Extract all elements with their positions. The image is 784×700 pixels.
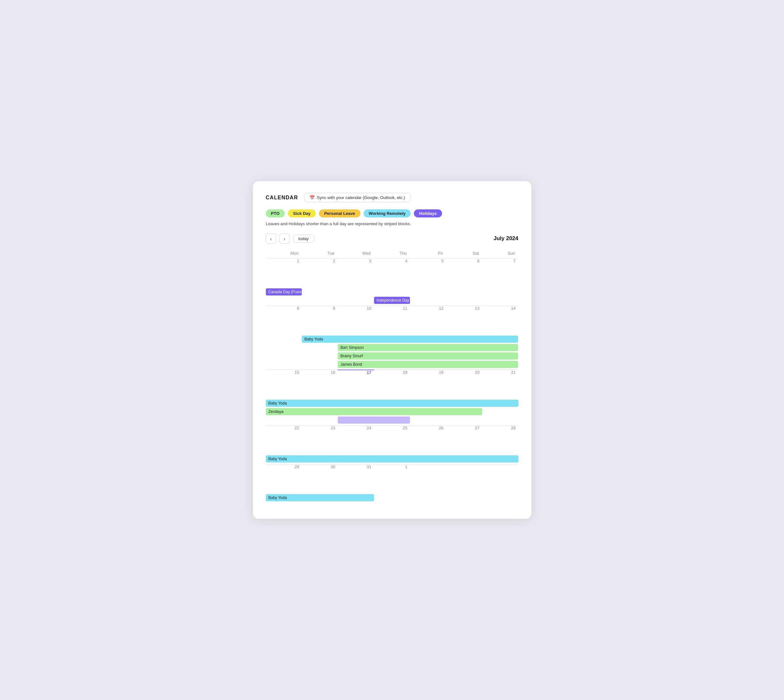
day-number-21: 21: [482, 370, 518, 375]
weekday-header-thu: Thu: [374, 250, 410, 258]
event-bar-3-0: Baby Yoda: [266, 455, 518, 462]
legend-pill-personal-leave[interactable]: Personal Leave: [319, 209, 360, 217]
events-container-2: Baby YodaZendaya: [266, 399, 518, 425]
day-cell-2: 2: [302, 258, 338, 288]
day-cell-11: 11: [374, 306, 410, 335]
day-number-1: 1: [374, 464, 410, 469]
weekday-header-sun: Sun: [482, 250, 518, 258]
events-container-0: Canada Day (France, India…Independence D…: [266, 288, 518, 306]
day-number-25: 25: [374, 425, 410, 430]
day-number-12: 12: [410, 306, 446, 311]
legend-pill-sick-day[interactable]: Sick Day: [288, 209, 316, 217]
day-cell-17: 17: [338, 370, 374, 399]
legend-pill-working-remotely[interactable]: Working Remotely: [364, 209, 411, 217]
day-number-17: 17: [338, 370, 374, 375]
day-cell-28: 28: [482, 425, 518, 455]
day-number-18: 18: [374, 370, 410, 375]
day-cell-4: 4: [374, 258, 410, 288]
day-cell-9: 9: [302, 306, 338, 335]
day-cell-8: 8: [266, 306, 302, 335]
day-cell-1: 1: [266, 258, 302, 288]
sync-button[interactable]: 📅 Sync with your calendar (Google, Outlo…: [304, 193, 411, 202]
calendar-table: MonTueWedThuFriSatSun1234567Canada Day (…: [266, 250, 518, 503]
day-cell-20: 20: [446, 370, 482, 399]
day-cell-5: 5: [410, 258, 446, 288]
day-cell-3: 3: [338, 258, 374, 288]
legend-pill-pto[interactable]: PTO: [266, 209, 285, 217]
day-cell-19: 19: [410, 370, 446, 399]
weekday-header-sat: Sat: [446, 250, 482, 258]
day-number-24: 24: [338, 425, 374, 430]
event-bar-1-0: Baby Yoda: [302, 336, 518, 343]
events-row-4: Baby Yoda: [266, 493, 518, 503]
event-bar-2-1: Zendaya: [266, 408, 483, 415]
day-number-4: 4: [374, 258, 410, 263]
day-cell-27: 27: [446, 425, 482, 455]
event-bar-1-3: James Bond: [338, 361, 518, 368]
day-number-16: 16: [302, 370, 338, 375]
day-number-14: 14: [482, 306, 518, 311]
day-cell-12: 12: [410, 306, 446, 335]
day-number-11: 11: [374, 306, 410, 311]
day-cell-18: 18: [374, 370, 410, 399]
weekday-header-tue: Tue: [302, 250, 338, 258]
day-cell-16: 16: [302, 370, 338, 399]
header-row: CALENDAR 📅 Sync with your calendar (Goog…: [266, 193, 518, 202]
legend-row: PTOSick DayPersonal LeaveWorking Remotel…: [266, 209, 518, 217]
day-cell-29: 29: [266, 464, 302, 493]
event-bar-4-0: Baby Yoda: [266, 494, 374, 501]
day-number-19: 19: [410, 370, 446, 375]
day-cell-30: 30: [302, 464, 338, 493]
weekday-header-mon: Mon: [266, 250, 302, 258]
calendar-title: CALENDAR: [266, 195, 298, 201]
day-cell-26: 26: [410, 425, 446, 455]
today-button[interactable]: today: [293, 235, 314, 243]
day-number-23: 23: [302, 425, 338, 430]
day-number-31: 31: [338, 464, 374, 469]
day-cell-10: 10: [338, 306, 374, 335]
day-number-30: 30: [302, 464, 338, 469]
day-number-13: 13: [446, 306, 482, 311]
day-cell-21: 21: [482, 370, 518, 399]
day-number-7: 7: [482, 258, 518, 263]
week-row-0: 1234567: [266, 258, 518, 288]
day-number-9: 9: [302, 306, 338, 311]
day-number-27: 27: [446, 425, 482, 430]
prev-month-button[interactable]: ‹: [266, 233, 276, 244]
day-number-3: 3: [338, 258, 374, 263]
note-text: Leaves and Holidays shorter than a full …: [266, 222, 518, 226]
day-number-29: 29: [266, 464, 302, 469]
next-month-button[interactable]: ›: [279, 233, 290, 244]
legend-pill-holidays[interactable]: Holidays: [414, 209, 442, 217]
day-cell-25: 25: [374, 425, 410, 455]
events-container-4: Baby Yoda: [266, 493, 518, 503]
weekday-header-wed: Wed: [338, 250, 374, 258]
calendar-card: CALENDAR 📅 Sync with your calendar (Goog…: [253, 181, 532, 519]
day-number-28: 28: [482, 425, 518, 430]
day-number-22: 22: [266, 425, 302, 430]
events-row-3: Baby Yoda: [266, 455, 518, 464]
day-cell-31: 31: [338, 464, 374, 493]
events-container-3: Baby Yoda: [266, 455, 518, 464]
events-row-0: Canada Day (France, India…Independence D…: [266, 288, 518, 306]
day-cell-overflow: [446, 464, 482, 493]
week-row-3: 22232425262728: [266, 425, 518, 455]
event-bar-2-2: [338, 417, 410, 423]
day-cell-23: 23: [302, 425, 338, 455]
day-number-10: 10: [338, 306, 374, 311]
events-row-2: Baby YodaZendaya: [266, 399, 518, 425]
day-cell-1: 1: [374, 464, 410, 493]
day-number-1: 1: [266, 258, 302, 263]
weekday-header-fri: Fri: [410, 250, 446, 258]
day-cell-overflow: [410, 464, 446, 493]
nav-row: ‹ › today July 2024: [266, 233, 518, 244]
day-cell-14: 14: [482, 306, 518, 335]
week-row-1: 891011121314: [266, 306, 518, 335]
event-bar-1-2: Brainy Smurf: [338, 352, 518, 360]
week-row-2: 15161718192021: [266, 370, 518, 399]
day-cell-overflow: [482, 464, 518, 493]
events-row-1: Baby YodaBart SimpsonBrainy SmurfJames B…: [266, 335, 518, 370]
day-number-2: 2: [302, 258, 338, 263]
event-bar-1-1: Bart Simpson: [338, 344, 518, 351]
event-bar-0-1: Independence Day (New Or…: [374, 297, 410, 304]
